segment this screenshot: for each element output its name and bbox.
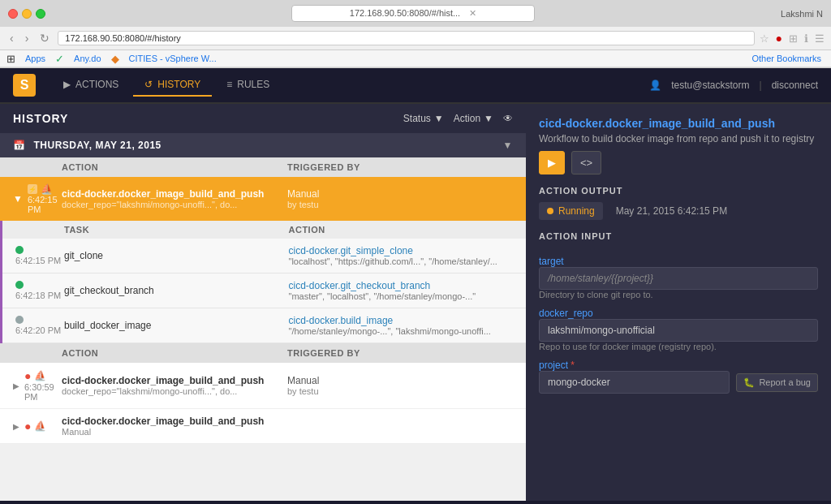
refresh-button[interactable]: ↻ — [37, 30, 53, 46]
other-bookmarks[interactable]: Other Bookmarks — [748, 52, 825, 65]
cities-icon: ◆ — [111, 53, 119, 65]
nav-item-actions[interactable]: ▶ ACTIONS — [52, 74, 130, 97]
detail-description: Workflow to build docker image from repo… — [539, 133, 818, 144]
sub-row-time-0: 6:42:15 PM — [15, 256, 61, 265]
sub-row-status-0: 6:42:15 PM — [15, 246, 64, 265]
date-row-1[interactable]: 📅 THURSDAY, MAY 21, 2015 ▼ — [0, 133, 526, 157]
docker-repo-input[interactable]: lakshmi/mongo-unofficial — [539, 319, 818, 342]
status-dot-green — [15, 246, 24, 254]
row2-action-params-0: docker_repo="lakshmi/mongo-unoffi...", d… — [62, 386, 287, 396]
target-help: Directory to clone git repo to. — [539, 290, 818, 299]
running-label: Running — [558, 205, 595, 217]
report-bug-button[interactable]: 🐛 Report a bug — [736, 373, 818, 392]
row-action-cell: cicd-docker.docker_image_build_and_push … — [62, 188, 287, 209]
code-button[interactable]: <> — [571, 151, 601, 174]
sub-row-time-2: 6:42:20 PM — [15, 325, 61, 335]
sub-row-action-cell-0: cicd-docker.git_simple_clone "localhost"… — [289, 245, 514, 266]
status-dot-green-1 — [15, 281, 24, 289]
nav-item-history[interactable]: ↺ HISTORY — [133, 74, 212, 97]
app-logo: S — [13, 74, 36, 97]
forward-button[interactable]: › — [22, 30, 32, 46]
history-group-2: ACTION TRIGGERED BY ▶ ● ⛵ 6:30:59 PM — [0, 343, 526, 444]
sub-row-2[interactable]: 6:42:20 PM build_docker_image cicd-docke… — [2, 308, 526, 343]
anydo-icon: ✓ — [55, 53, 64, 65]
expand-icon: ▼ — [13, 193, 23, 205]
back-button[interactable]: ‹ — [6, 30, 17, 46]
visibility-icon[interactable]: 👁 — [503, 113, 513, 124]
col-triggered-1: TRIGGERED BY — [287, 162, 513, 172]
nav-label-history: HISTORY — [157, 79, 200, 90]
status-badge: Running — [539, 202, 603, 220]
info-icon: ℹ — [804, 32, 808, 45]
row2-workflow-icon-0: ⛵ — [34, 370, 46, 381]
anydo-bookmark[interactable]: Any.do — [71, 52, 104, 65]
row2-action-cell-0: cicd-docker.docker_image_build_and_push … — [62, 375, 287, 396]
nav-label-rules: RULES — [237, 79, 269, 90]
history-row-0[interactable]: ▶ ● ⛵ 6:30:59 PM cicd-docker.docker_imag… — [0, 363, 526, 409]
row-time: 6:42:15 PM — [28, 195, 62, 214]
minimize-button[interactable] — [22, 9, 32, 19]
active-history-row[interactable]: ▼ ⚡ ⛵ 6:42:15 PM cicd-docker.docker_imag… — [0, 177, 526, 221]
row-action-params: docker_repo="lakshmi/mongo-unoffi...", d… — [62, 200, 287, 209]
sub-row-1[interactable]: 6:42:18 PM git_checkout_branch cicd-dock… — [2, 274, 526, 308]
col-triggered-2: TRIGGERED BY — [287, 348, 513, 358]
sub-row-task-1: git_checkout_branch — [64, 285, 289, 296]
action-output-section: ACTION OUTPUT Running May 21, 2015 6:42:… — [539, 186, 818, 220]
action-filter-button[interactable]: Action ▼ — [454, 113, 493, 124]
panel-filters: Status ▼ Action ▼ 👁 — [403, 113, 513, 124]
nav-separator: | — [760, 80, 762, 91]
address-input[interactable] — [58, 31, 754, 45]
sub-row-0[interactable]: 6:42:15 PM git_clone cicd-docker.git_sim… — [2, 239, 526, 274]
tab[interactable]: 172.168.90.50:8080/#/hist... ✕ — [291, 5, 535, 22]
nav-right: 👤 testu@stackstorm | disconnect — [649, 80, 818, 91]
sub-action-params-1: "master", "localhost", "/home/stanley/mo… — [289, 291, 514, 301]
group2-header: ACTION TRIGGERED BY — [0, 343, 526, 363]
date-expand-icon[interactable]: ▼ — [503, 140, 513, 151]
main-content: HISTORY Status ▼ Action ▼ 👁 📅 — [0, 104, 831, 501]
bookmark-star-icon[interactable]: ☆ — [760, 32, 769, 45]
navbar: S ▶ ACTIONS ↺ HISTORY ≡ RULES 👤 testu@st… — [0, 68, 831, 104]
row2-trigger-by-0: by testu — [287, 386, 513, 396]
sub-row-status-1: 6:42:18 PM — [15, 281, 64, 300]
calendar-icon: 📅 — [13, 140, 26, 151]
cities-bookmark[interactable]: CITIES - vSphere W... — [126, 52, 220, 65]
sub-row-status-2: 6:42:20 PM — [15, 316, 64, 335]
row2-time-0: 6:30:59 PM — [24, 382, 62, 402]
action-output-label: ACTION OUTPUT — [539, 186, 818, 196]
status-filter-label: Status — [403, 113, 431, 124]
tab-close-icon[interactable]: ✕ — [469, 8, 476, 18]
tab-title: 172.168.90.50:8080/#/hist... — [350, 8, 460, 18]
row-trigger-cell: Manual by testu — [287, 188, 513, 209]
action-output-time: May 21, 2015 6:42:15 PM — [616, 205, 727, 217]
rules-icon: ≡ — [226, 79, 232, 90]
history-icon: ↺ — [144, 79, 153, 90]
row2-status-red-0: ● — [24, 369, 31, 382]
close-button[interactable] — [8, 9, 18, 19]
sub-col-action: ACTION — [289, 225, 514, 235]
row2-indicator-0: ▶ ● ⛵ 6:30:59 PM — [13, 369, 62, 402]
status-dot-gray — [15, 316, 24, 324]
maximize-button[interactable] — [36, 9, 45, 19]
apps-bookmark[interactable]: Apps — [22, 52, 49, 65]
history-row-1[interactable]: ▶ ● ⛵ cicd-docker.docker_image_build_and… — [0, 409, 526, 444]
disconnect-link[interactable]: disconnect — [772, 80, 818, 91]
menu-icon[interactable]: ☰ — [815, 32, 825, 45]
col-action-1: ACTION — [62, 162, 287, 172]
apps-icon: ⊞ — [6, 53, 15, 65]
target-input[interactable]: /home/stanley/{{project}} — [539, 267, 818, 290]
docker-repo-help: Repo to use for docker image (registry r… — [539, 342, 818, 351]
sub-action-params-0: "localhost", "https://github.com/l...", … — [289, 256, 514, 266]
actions-icon: ▶ — [63, 79, 71, 90]
project-input[interactable]: mongo-docker — [539, 371, 730, 394]
panel-header: HISTORY Status ▼ Action ▼ 👁 — [0, 104, 526, 133]
status-filter-button[interactable]: Status ▼ — [403, 113, 444, 124]
nav-item-rules[interactable]: ≡ RULES — [215, 74, 281, 97]
detail-title[interactable]: cicd-docker.docker_image_build_and_push — [539, 117, 818, 130]
run-button[interactable]: ▶ — [539, 151, 565, 174]
row2-expand-icon-0: ▶ — [13, 381, 19, 390]
sub-row-action-cell-2: cicd-docker.build_image "/home/stanley/m… — [289, 315, 514, 336]
input-docker-repo: docker_repo lakshmi/mongo-unofficial Rep… — [539, 308, 818, 351]
sub-row-task-0: git_clone — [64, 250, 289, 261]
row2-action-cell-1: cicd-docker.docker_image_build_and_push … — [62, 416, 287, 437]
input-project: project mongo-docker 🐛 Report a bug — [539, 360, 818, 394]
